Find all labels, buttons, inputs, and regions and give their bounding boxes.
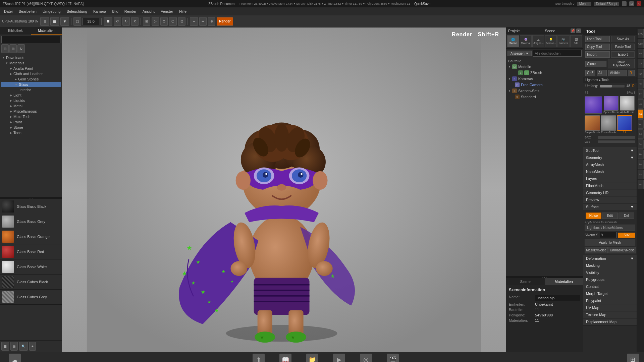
lightbox-noise-btn[interactable]: Lightbox ▸ NoiseMakers <box>585 225 635 231</box>
tb-btn-7[interactable]: ⊙ <box>160 17 168 26</box>
scene-bot-tab-materialien[interactable]: Materialien <box>545 278 583 285</box>
save-as-button[interactable]: Save As <box>611 36 635 42</box>
polyf-btn[interactable]: Pol <box>638 160 644 169</box>
tb-btn-11[interactable]: ⇔ <box>199 17 207 26</box>
maximize-button[interactable]: □ <box>629 1 634 6</box>
scale-btn[interactable]: Scl <box>638 129 644 139</box>
polygroups-header[interactable]: Polygroups <box>583 276 637 283</box>
screenshot-button[interactable]: ⊞ Screenshot <box>622 354 644 362</box>
scene-tree-sets[interactable]: ▼ S Szenen-Sets <box>507 88 582 94</box>
tree-downloads[interactable]: ▼ Downloads <box>1 55 61 60</box>
layers-header[interactable]: Layers <box>583 175 637 182</box>
scene-icon-bild[interactable]: 🖼 Bild <box>570 35 582 47</box>
scene-tree-zbr[interactable]: ▶ Z ✓ ZBrush <box>507 70 582 76</box>
current-material-preview[interactable] <box>585 96 602 114</box>
persp-btn[interactable]: Per <box>638 79 644 88</box>
sphere-brush-item[interactable]: SphereBrush <box>603 96 619 114</box>
t2-preview-item[interactable]: 11 <box>617 115 632 134</box>
material-item-black[interactable]: Glass Basic Black <box>0 199 62 214</box>
simple-brush-item[interactable]: SimpleBrush <box>585 115 600 134</box>
scene-close-btn[interactable]: ✕ <box>576 28 581 33</box>
scene-search-input[interactable] <box>533 50 582 57</box>
nanomesh-header[interactable]: NanoMesh <box>583 168 637 175</box>
scene-icon-kamera[interactable]: 📷 Kamera <box>557 35 570 47</box>
script-label[interactable]: DefaultZScript <box>594 2 619 6</box>
unmaskbynoise-button[interactable]: UnmaskByNoise <box>608 247 636 253</box>
refresh-btn[interactable]: ↻ <box>17 44 25 53</box>
azhat-btn[interactable]: Az <box>638 59 644 68</box>
tree-axalta[interactable]: ▶ Axalta Paint <box>1 66 61 71</box>
r-button[interactable]: R <box>628 70 635 76</box>
search-input[interactable] <box>1 36 60 43</box>
name-input[interactable] <box>535 295 580 301</box>
eraser-brush-item[interactable]: EraserBrush <box>601 115 616 134</box>
uv-map-header[interactable]: UV Map <box>583 304 637 311</box>
menu-ansicht[interactable]: Ansicht <box>140 9 157 14</box>
material-item-grey[interactable]: Glass Basic Grey <box>0 214 62 229</box>
scene-bot-tab-szene[interactable]: Szene <box>506 278 545 285</box>
menu-datei[interactable]: Datei <box>1 9 15 14</box>
render-button[interactable]: 🎬 Render <box>379 353 406 362</box>
tab-materialien[interactable]: Materialien <box>31 27 62 35</box>
del-button[interactable]: Del <box>619 213 634 219</box>
surface-header[interactable]: Surface ▼ <box>583 203 637 210</box>
tab-bibliothek[interactable]: Bibliothek <box>0 27 31 35</box>
umfang-slider[interactable] <box>600 85 625 87</box>
masking-header[interactable]: Masking <box>583 262 637 269</box>
visible-button[interactable]: Visible <box>608 70 627 76</box>
scene-icon-umgeb[interactable]: ☁ Umgeb... <box>532 35 544 47</box>
goz-button[interactable]: GoZ <box>585 70 595 76</box>
tree-gems[interactable]: ▶ Gem Stones <box>1 76 61 82</box>
menu-umgebung[interactable]: Umgebung <box>40 9 63 14</box>
tb-btn-6[interactable]: ▷ <box>152 17 159 26</box>
export-button[interactable]: Export <box>611 51 635 58</box>
close-button[interactable]: ✕ <box>637 1 641 6</box>
coo-btn[interactable]: Coo <box>638 39 644 48</box>
tb-btn-8[interactable]: ⬡ <box>169 17 177 26</box>
all-button[interactable]: All <box>597 70 607 76</box>
tree-expand-btn[interactable]: ⊞ <box>9 44 17 53</box>
menu-bearbeiten[interactable]: Bearbeiten <box>16 9 39 14</box>
render-top-btn[interactable]: Render <box>217 17 233 26</box>
snorm-input[interactable] <box>600 232 616 238</box>
scene-icon-beleuc[interactable]: 💡 Beleuc... <box>545 35 557 47</box>
menu-beleuchtung[interactable]: Beleuchtung <box>64 9 90 14</box>
tree-toon[interactable]: ▶ Toon <box>1 130 61 135</box>
tree-liquids[interactable]: ▶ Liquids <box>1 98 61 103</box>
tree-materials[interactable]: ▼ Materials <box>1 60 61 66</box>
subtool-header[interactable]: SubTool ▼ <box>583 147 637 154</box>
pause-button[interactable]: ⏸ <box>40 17 49 26</box>
actual-btn[interactable]: Act <box>638 49 644 58</box>
transp-btn[interactable]: Trn <box>638 180 644 189</box>
tree-stone[interactable]: ▶ Stone <box>1 125 61 130</box>
geometry-header[interactable]: Geometry ▼ <box>583 154 637 161</box>
menu-hilfe[interactable]: Hilfe <box>176 9 189 14</box>
scene-tree-kameras[interactable]: ▼ K Kameras <box>507 76 582 82</box>
tree-collapse-btn[interactable]: ⊟ <box>1 44 9 53</box>
tree-glass[interactable]: ▼ Glass <box>1 82 61 87</box>
edit-button[interactable]: Edit <box>602 213 618 219</box>
menus-label[interactable]: Menus <box>577 2 591 6</box>
paste-tool-button[interactable]: Paste Tool <box>611 44 635 50</box>
zoom-out-btn[interactable]: 🔍 <box>19 342 28 351</box>
tree-cloth[interactable]: ▶ Cloth and Leather <box>1 71 61 76</box>
deformation-header[interactable]: Deformation ▼ <box>583 255 637 262</box>
viewport[interactable]: ★ ★ ★ ★ ★ ★ ★ ★ ★ ★ ★ ★ ★ <box>62 27 506 352</box>
brc-btn[interactable]: BRC <box>638 29 644 38</box>
morph-target-header[interactable]: Morph Target <box>583 290 637 297</box>
apply-mesh-button[interactable]: Apply To Mesh <box>585 239 635 246</box>
list-view-btn[interactable]: ☰ <box>1 342 9 351</box>
projekt-button[interactable]: 📁 Projekt <box>299 353 326 362</box>
local-btn[interactable]: Loc <box>638 99 644 109</box>
dynamic-btn[interactable]: Dyn <box>638 69 644 78</box>
frame-button[interactable]: ▢ <box>73 17 81 26</box>
menu-bild[interactable]: Bild <box>109 9 121 14</box>
scene-tree-standard[interactable]: S Standard <box>507 94 582 100</box>
menu-kamera[interactable]: Kamera <box>91 9 109 14</box>
maskbynoise-button[interactable]: MaskByNoise <box>585 247 608 253</box>
animation-button[interactable]: ▶ Animation <box>326 353 353 362</box>
importieren-button[interactable]: ⬆ Importieren <box>245 353 272 362</box>
bibliothek-button[interactable]: 📖 Bibliothek <box>272 353 299 362</box>
tb-btn-2[interactable]: ↺ <box>114 17 121 26</box>
material-item-white[interactable]: Glass Basic White <box>0 259 62 275</box>
